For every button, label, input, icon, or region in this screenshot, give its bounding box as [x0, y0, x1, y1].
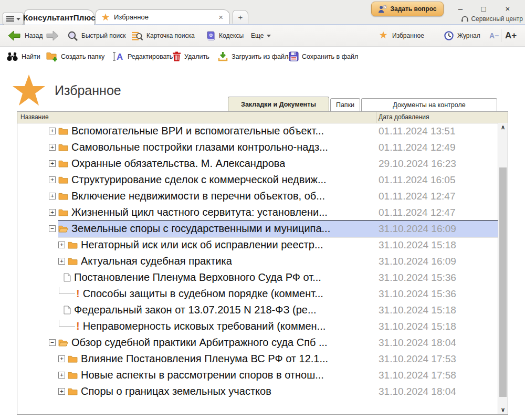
forward-button[interactable]: [45, 25, 59, 46]
table-row[interactable]: !Неправомерность исковых требований (ком…: [17, 318, 498, 334]
tab-documents-on-control[interactable]: Документы на контроле: [361, 98, 497, 111]
back-arrow-icon: [7, 30, 22, 41]
edit-text-icon: A: [111, 51, 124, 61]
maximize-button[interactable]: □: [477, 3, 490, 14]
row-date: 31.10.2024 16:09: [379, 220, 456, 237]
tab-favorites[interactable]: Избранное ×: [96, 9, 230, 24]
expand-toggle-icon[interactable]: +: [58, 258, 65, 265]
row-title[interactable]: Вспомогательные ВРИ и вспомогательные об…: [71, 125, 324, 137]
trash-icon: [172, 51, 181, 61]
row-title[interactable]: Жизненный цикл частного сервитута: устан…: [71, 206, 328, 218]
font-increase-button[interactable]: A+: [505, 25, 517, 46]
row-title[interactable]: Структурирование сделок с коммерческой н…: [71, 174, 327, 186]
column-date-added[interactable]: Дата добавления: [379, 113, 429, 121]
expand-toggle-icon[interactable]: +: [58, 372, 65, 379]
service-center-label: Сервисный центр: [471, 15, 523, 23]
column-name[interactable]: Название: [20, 113, 49, 121]
tab-bookmarks-documents[interactable]: Закладки и Документы: [228, 97, 329, 111]
table-row[interactable]: Федеральный закон от 13.07.2015 N 218-ФЗ…: [17, 302, 498, 318]
collapse-toggle-icon[interactable]: −: [49, 225, 56, 232]
collapse-toggle-icon[interactable]: −: [49, 339, 56, 346]
table-row[interactable]: +Включение недвижимости в перечни объект…: [17, 188, 498, 204]
document-icon: [64, 306, 71, 314]
create-folder-button[interactable]: Создать папку: [46, 47, 104, 66]
row-title[interactable]: Споры о границах земельных участков: [81, 385, 271, 397]
minimize-button[interactable]: –: [454, 3, 467, 14]
row-title[interactable]: Актуальная судебная практика: [81, 255, 232, 267]
folder-icon: [68, 371, 78, 379]
expand-toggle-icon[interactable]: +: [49, 160, 56, 167]
edit-button[interactable]: A Редактировать: [111, 47, 173, 66]
table-row[interactable]: −Обзор судебной практики Арбитражного су…: [17, 334, 498, 351]
tree-gutter: +: [17, 351, 68, 367]
service-center-link[interactable]: Сервисный центр: [461, 15, 523, 23]
row-title[interactable]: Негаторный иск или иск об исправлении ре…: [81, 239, 323, 251]
tree-elbow-line: [59, 320, 75, 327]
table-row[interactable]: −Земельные споры с государственными и му…: [17, 220, 498, 237]
tab-close-icon[interactable]: ×: [217, 13, 224, 22]
table-row[interactable]: +Споры о границах земельных участков31.1…: [17, 383, 498, 400]
table-row[interactable]: Постановление Пленума Верховного Суда РФ…: [17, 269, 498, 286]
scroll-down-icon[interactable]: ∨: [498, 405, 508, 414]
table-row[interactable]: !Способы защиты в судебном порядке (комм…: [17, 286, 498, 302]
expand-toggle-icon[interactable]: +: [49, 193, 56, 200]
quick-search-button[interactable]: Быстрый поиск: [67, 25, 125, 46]
vertical-scrollbar[interactable]: ∧ ∨: [498, 123, 508, 414]
ask-question-button[interactable]: ? Задать вопрос: [371, 2, 444, 16]
logo-tab[interactable]: КонсультантПлюс: [24, 9, 94, 25]
table-row[interactable]: +Вспомогательные ВРИ и вспомогательные о…: [17, 123, 498, 139]
main-menu-button[interactable]: [3, 13, 24, 25]
row-title[interactable]: Охранные обязательства. М. Александрова: [71, 158, 285, 170]
load-from-file-button[interactable]: Загрузить из файла: [217, 47, 292, 66]
expand-toggle-icon[interactable]: +: [58, 355, 65, 362]
row-title[interactable]: Новые аспекты в рассмотрении споров в от…: [81, 369, 324, 381]
chevron-down-icon: [267, 35, 271, 37]
font-decrease-button[interactable]: A−: [489, 25, 499, 46]
row-title[interactable]: Самовольные постройки глазами контрольно…: [71, 141, 328, 153]
tree-rows: +Вспомогательные ВРИ и вспомогательные о…: [17, 123, 498, 414]
journal-button[interactable]: Журнал: [444, 25, 480, 46]
row-title[interactable]: Федеральный закон от 13.07.2015 N 218-ФЗ…: [74, 304, 317, 316]
favorites-button[interactable]: Избранное: [379, 25, 424, 46]
search-card-button[interactable]: Карточка поиска: [131, 25, 195, 46]
main-toolbar: Назад Быстрый поиск Карточка поиска Коде…: [0, 25, 525, 47]
folder-icon: [58, 208, 68, 216]
table-row[interactable]: +Негаторный иск или иск об исправлении р…: [17, 237, 498, 253]
save-to-file-button[interactable]: Сохранить в файл: [289, 47, 358, 66]
table-row[interactable]: +Влияние Постановления Пленума ВС РФ от …: [17, 351, 498, 367]
table-row[interactable]: +Жизненный цикл частного сервитута: уста…: [17, 204, 498, 220]
close-button[interactable]: ×: [501, 3, 514, 14]
more-button[interactable]: Еще: [251, 25, 271, 46]
find-button[interactable]: Найти: [6, 47, 40, 66]
expand-toggle-icon[interactable]: +: [49, 144, 56, 151]
back-button[interactable]: Назад: [7, 25, 43, 46]
tab-folders[interactable]: Папки: [330, 98, 360, 111]
row-title[interactable]: Влияние Постановления Пленума ВС РФ от 1…: [81, 353, 328, 365]
row-title[interactable]: Обзор судебной практики Арбитражного суд…: [71, 337, 328, 349]
expand-toggle-icon[interactable]: +: [58, 242, 65, 248]
download-tray-icon: [217, 51, 228, 62]
row-title[interactable]: Включение недвижимости в перечни объекто…: [71, 190, 325, 202]
delete-button[interactable]: Удалить: [172, 47, 209, 66]
table-row[interactable]: +Новые аспекты в рассмотрении споров в о…: [17, 367, 498, 383]
expand-toggle-icon[interactable]: +: [49, 176, 56, 183]
row-title[interactable]: Земельные споры с государственными и мун…: [71, 223, 330, 235]
row-title[interactable]: Способы защиты в судебном порядке (комме…: [83, 288, 323, 300]
tree-gutter: −: [17, 334, 58, 351]
table-row[interactable]: +Охранные обязательства. М. Александрова…: [17, 155, 498, 172]
expand-toggle-icon[interactable]: +: [49, 128, 56, 134]
codes-button[interactable]: Кодексы: [206, 25, 244, 46]
row-date: 31.10.2024 15:18: [379, 318, 456, 334]
scrollbar-thumb[interactable]: [499, 167, 507, 397]
expand-toggle-icon[interactable]: +: [49, 209, 56, 216]
expand-toggle-icon[interactable]: +: [58, 388, 65, 395]
table-row[interactable]: +Самовольные постройки глазами контрольн…: [17, 139, 498, 155]
row-title[interactable]: Неправомерность исковых требований (комм…: [83, 320, 326, 332]
table-row[interactable]: +Актуальная судебная практика31.10.2024 …: [17, 253, 498, 269]
new-tab-button[interactable]: +: [233, 10, 248, 24]
row-title[interactable]: Постановление Пленума Верховного Суда РФ…: [74, 271, 321, 284]
folder-open-icon: [58, 225, 68, 233]
table-row[interactable]: +Структурирование сделок с коммерческой …: [17, 172, 498, 188]
tree-gutter: +: [17, 155, 58, 172]
scroll-up-icon[interactable]: ∧: [498, 123, 508, 132]
